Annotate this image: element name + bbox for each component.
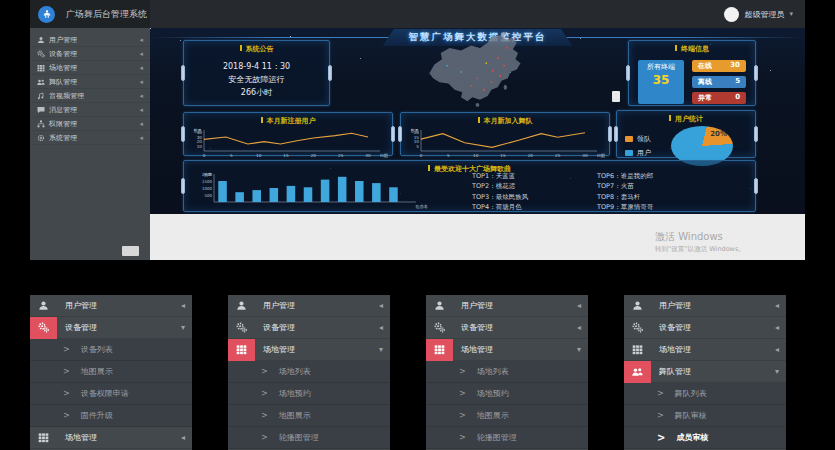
submenu-item-label: 轮播图管理: [268, 432, 319, 443]
submenu-item[interactable]: >场地列表: [426, 361, 588, 383]
menu-item-cogs[interactable]: 设备管理◂: [426, 317, 588, 339]
new-teams-chart-title: 本月新加入舞队: [401, 113, 609, 126]
menu-item-label: 场地管理: [651, 344, 691, 355]
sitemap-icon: [37, 120, 49, 128]
cogs-icon: [632, 322, 643, 333]
team-icon: [37, 78, 45, 86]
sidebar-item-user[interactable]: 用户管理◂: [30, 33, 150, 47]
chevron-left-icon: ◂: [775, 323, 786, 332]
panel-bracket: [398, 126, 402, 142]
user-menu[interactable]: 超级管理员 ▾: [724, 7, 805, 22]
submenu-item-label: 场地列表: [268, 366, 311, 377]
svg-text:15: 15: [500, 153, 506, 158]
submenu-item-label: 地图展示: [268, 410, 311, 421]
grid-icon: [426, 339, 453, 361]
terminal-title: 终端信息: [629, 41, 755, 54]
chevron-left-icon: ◂: [139, 36, 143, 44]
menu-item-user[interactable]: 用户管理◂: [624, 295, 786, 317]
svg-text:0: 0: [203, 153, 206, 158]
panel-bracket: [328, 65, 332, 81]
submenu-item[interactable]: >舞队审核: [624, 405, 786, 427]
app-title: 广场舞后台管理系统: [60, 8, 147, 21]
menu-item-user[interactable]: 用户管理◂: [30, 295, 192, 317]
menu-item-label: 设备管理: [453, 322, 493, 333]
user-icon: [434, 300, 445, 311]
submenu-item[interactable]: >设备权限申请: [30, 383, 192, 405]
new-users-chart-panel: 本月新注册用户 10203040051015202530数量日期: [183, 112, 393, 156]
menu-item-cogs[interactable]: 设备管理◂: [228, 317, 390, 339]
svg-text:30: 30: [582, 153, 588, 158]
grid-icon: [632, 344, 643, 355]
menu-item-grid[interactable]: 场地管理▾: [228, 339, 390, 361]
submenu-item[interactable]: >轮播图管理: [228, 427, 390, 449]
grid-icon: [434, 344, 445, 355]
chevron-left-icon: ◂: [139, 50, 143, 58]
submenu-item[interactable]: >场地预约: [228, 383, 390, 405]
logo-area[interactable]: 广场舞后台管理系统: [30, 0, 150, 28]
submenu-item[interactable]: >成员审核: [624, 427, 786, 449]
announcement-panel: 系统公告 2018-9-4 11：30 安全无故障运行 266小时: [183, 40, 330, 106]
sidebar-item-cogs[interactable]: 设备管理◂: [30, 47, 150, 61]
svg-text:10: 10: [197, 144, 203, 149]
top-navbar: 广场舞后台管理系统 超级管理员 ▾: [30, 0, 805, 28]
menu-item-user[interactable]: 用户管理◂: [426, 295, 588, 317]
menu-item-label: 设备管理: [57, 322, 97, 333]
user-icon: [38, 300, 49, 311]
sidebar-item-comment[interactable]: 消息管理◂: [30, 103, 150, 117]
avatar: [724, 7, 739, 22]
submenu-item[interactable]: >固件升级: [30, 405, 192, 427]
submenu-item[interactable]: >设备列表: [30, 339, 192, 361]
svg-text:数量: 数量: [411, 128, 419, 133]
menu-item-label: 用户管理: [255, 300, 295, 311]
comment-icon: [37, 106, 45, 114]
cogs-icon: [228, 317, 255, 339]
song-list-item: TOP3：最炫民族风: [472, 192, 528, 202]
menu-item-grid[interactable]: 场地管理◂: [624, 339, 786, 361]
submenu-item[interactable]: >场地预约: [426, 383, 588, 405]
user-icon: [236, 300, 247, 311]
chevron-left-icon: ◂: [775, 301, 786, 310]
terminal-total-value: 35: [638, 72, 684, 88]
submenu-item[interactable]: >舞队列表: [624, 383, 786, 405]
submenu-item[interactable]: >地图展示: [30, 361, 192, 383]
team-icon: [37, 78, 49, 86]
menu-item-grid[interactable]: 场地管理◂: [30, 427, 192, 449]
menu-item-user[interactable]: 用户管理◂: [228, 295, 390, 317]
legend-item: 用户: [625, 148, 651, 158]
music-icon: [37, 92, 45, 100]
menu-item-grid[interactable]: 场地管理▾: [426, 339, 588, 361]
sidebar-item-sitemap[interactable]: 权限管理◂: [30, 117, 150, 131]
sidebar-item-music[interactable]: 音视频管理◂: [30, 89, 150, 103]
chevron-left-icon: ◂: [775, 345, 786, 354]
submenu-item-label: 场地预约: [268, 388, 311, 399]
angle-right-icon: >: [459, 433, 466, 442]
svg-text:30: 30: [365, 153, 371, 158]
scrollbar-thumb[interactable]: [122, 246, 139, 256]
submenu-item[interactable]: >场地列表: [228, 361, 390, 383]
angle-right-icon: >: [459, 367, 466, 376]
submenu-item[interactable]: >地图展示: [426, 405, 588, 427]
svg-text:5: 5: [416, 144, 419, 149]
angle-right-icon: >: [63, 367, 70, 376]
china-map: [336, 34, 624, 110]
map-control[interactable]: [612, 91, 620, 102]
sidebar-item-label: 用户管理: [49, 35, 77, 45]
song-list-item: TOP9：草原情哥哥: [597, 202, 653, 212]
sidebar-item-cog[interactable]: 系统管理◂: [30, 131, 150, 145]
submenu-item-label: 成员审核: [665, 432, 708, 443]
svg-text:15: 15: [283, 153, 289, 158]
cogs-icon: [624, 317, 651, 339]
sidebar-item-team[interactable]: 舞队管理◂: [30, 75, 150, 89]
user-name: 超级管理员: [744, 9, 784, 20]
menu-item-cogs[interactable]: 设备管理◂: [624, 317, 786, 339]
submenu-item-label: 舞队审核: [664, 410, 707, 421]
menu-item-cogs[interactable]: 设备管理▾: [30, 317, 192, 339]
user-icon: [37, 36, 49, 44]
main-screenshot: 广场舞后台管理系统 超级管理员 ▾ 用户管理◂设备管理◂场地管理◂舞队管理◂音视…: [30, 0, 805, 260]
cogs-icon: [236, 322, 247, 333]
submenu-item[interactable]: >轮播图管理: [426, 427, 588, 449]
menu-item-label: 用户管理: [57, 300, 97, 311]
menu-item-team[interactable]: 舞队管理▾: [624, 361, 786, 383]
submenu-item[interactable]: >地图展示: [228, 405, 390, 427]
sidebar-item-grid[interactable]: 场地管理◂: [30, 61, 150, 75]
